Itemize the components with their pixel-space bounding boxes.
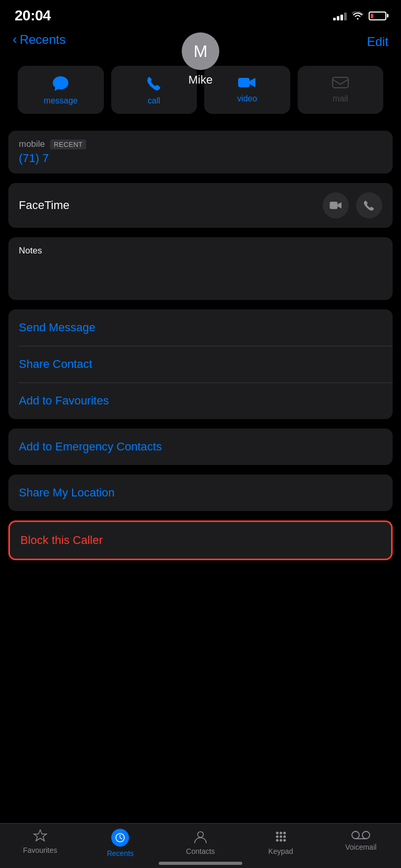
- svg-point-5: [276, 832, 278, 835]
- facetime-audio-button[interactable]: [356, 192, 382, 218]
- notes-label: Notes: [19, 246, 382, 256]
- tab-recents[interactable]: Recents: [94, 829, 146, 858]
- contact-name: Mike: [188, 73, 213, 87]
- voicemail-icon: [351, 829, 370, 840]
- block-caller-button[interactable]: Block this Caller: [8, 520, 393, 560]
- svg-point-12: [279, 839, 282, 842]
- tab-voicemail-label: Voicemail: [345, 843, 376, 851]
- share-contact-button[interactable]: Share Contact: [8, 346, 393, 383]
- tab-contacts-label: Contacts: [186, 847, 215, 855]
- keypad-icon: [273, 829, 289, 844]
- back-label: Recents: [20, 32, 66, 47]
- facetime-buttons: [323, 192, 382, 218]
- svg-point-11: [276, 839, 278, 842]
- tab-recents-label: Recents: [107, 849, 134, 858]
- message-label: message: [44, 96, 78, 106]
- action-list-card: Send Message Share Contact Add to Favour…: [8, 309, 393, 419]
- notes-section[interactable]: Notes: [8, 237, 393, 300]
- emergency-contacts-button[interactable]: Add to Emergency Contacts: [8, 429, 393, 465]
- svg-point-8: [276, 836, 278, 838]
- back-chevron-icon: ‹: [13, 32, 17, 46]
- home-indicator: [159, 862, 242, 865]
- facetime-video-button[interactable]: [323, 192, 349, 218]
- mail-label: mail: [333, 94, 348, 103]
- contacts-icon: [193, 829, 208, 844]
- svg-point-7: [283, 832, 286, 835]
- tab-favourites-label: Favourites: [23, 846, 57, 854]
- svg-point-10: [283, 836, 286, 838]
- svg-point-14: [352, 831, 359, 839]
- tab-voicemail[interactable]: Voicemail: [335, 829, 387, 851]
- status-time: 20:04: [15, 7, 51, 24]
- signal-icon: [333, 11, 347, 20]
- send-message-button[interactable]: Send Message: [8, 309, 393, 346]
- battery-icon: [369, 11, 386, 20]
- video-icon: [238, 75, 256, 90]
- phone-type-label: mobile: [19, 139, 45, 149]
- svg-point-4: [197, 832, 203, 838]
- video-label: video: [237, 94, 257, 103]
- svg-point-6: [279, 832, 282, 835]
- phone-number: (71) 7: [19, 152, 382, 165]
- facetime-card: FaceTime: [8, 183, 393, 228]
- share-location-button[interactable]: Share My Location: [8, 474, 393, 511]
- recent-badge: RECENT: [50, 140, 86, 149]
- add-to-favourites-button[interactable]: Add to Favourites: [8, 383, 393, 419]
- svg-rect-2: [330, 202, 338, 209]
- facetime-label: FaceTime: [19, 199, 69, 212]
- call-label: call: [148, 96, 160, 106]
- svg-rect-1: [333, 77, 348, 88]
- contact-header: M Mike: [182, 32, 219, 87]
- facetime-video-icon: [329, 201, 342, 210]
- status-bar: 20:04: [0, 0, 401, 28]
- message-button[interactable]: message: [18, 66, 104, 114]
- svg-point-15: [362, 831, 370, 839]
- mail-button: mail: [298, 66, 384, 114]
- svg-rect-0: [238, 78, 250, 87]
- tab-keypad[interactable]: Keypad: [255, 829, 307, 855]
- tab-contacts[interactable]: Contacts: [174, 829, 227, 855]
- phone-card: mobile RECENT (71) 7: [8, 131, 393, 173]
- svg-point-13: [283, 839, 286, 842]
- tab-favourites[interactable]: Favourites: [14, 829, 66, 854]
- back-button[interactable]: ‹ Recents: [13, 32, 66, 47]
- message-icon: [52, 75, 69, 92]
- tab-keypad-label: Keypad: [268, 847, 293, 855]
- svg-point-9: [279, 836, 282, 838]
- facetime-phone-icon: [363, 200, 375, 211]
- recents-icon: [111, 829, 129, 847]
- nav-header: ‹ Recents M Mike Edit: [0, 28, 401, 57]
- avatar: M: [182, 32, 219, 70]
- notes-card: Notes: [8, 237, 393, 300]
- wifi-icon: [352, 11, 363, 20]
- status-icons: [333, 11, 386, 20]
- mail-icon: [332, 75, 349, 90]
- star-icon: [32, 829, 48, 843]
- phone-section[interactable]: mobile RECENT (71) 7: [8, 131, 393, 173]
- call-icon: [146, 75, 162, 92]
- edit-button[interactable]: Edit: [367, 32, 388, 49]
